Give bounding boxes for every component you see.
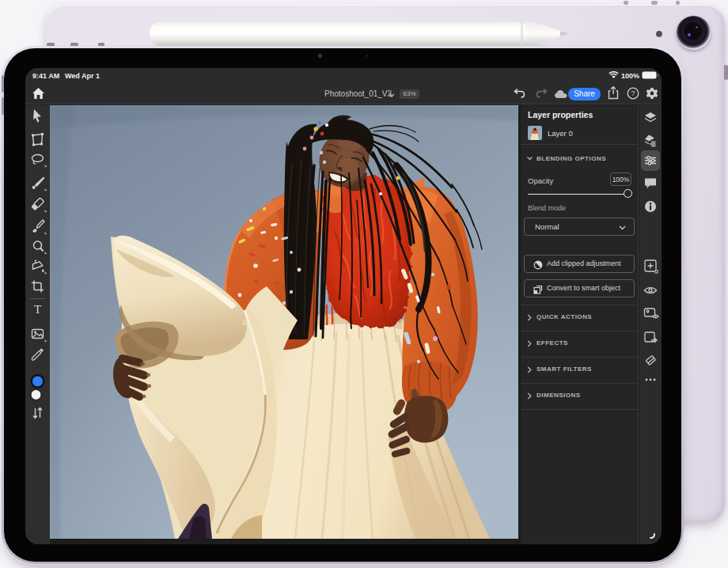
svg-text:?: ? <box>631 89 635 97</box>
svg-text:T: T <box>34 303 41 316</box>
